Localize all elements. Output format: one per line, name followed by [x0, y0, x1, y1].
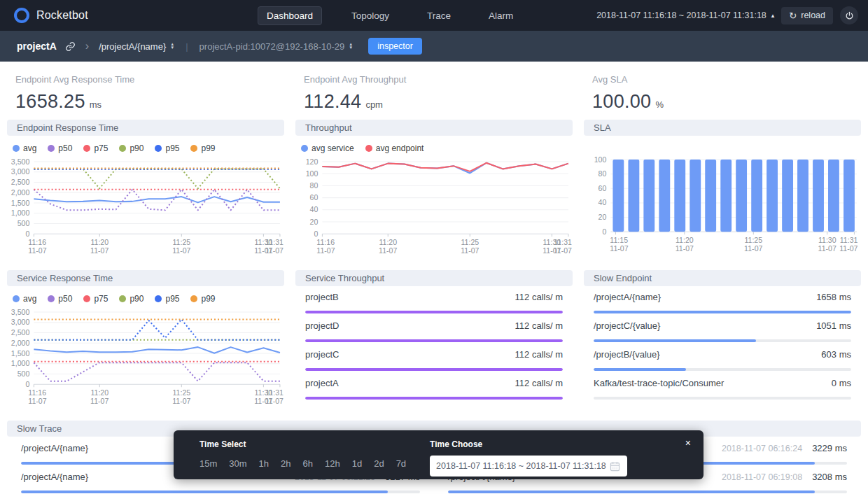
time-option-6h[interactable]: 6h	[303, 458, 313, 469]
legend-dot-icon	[365, 145, 372, 152]
trace-name: /projectA/{name}	[21, 472, 88, 482]
metric-summary-row: Endpoint Avg Response Time 1658.25ms End…	[7, 70, 861, 117]
progress-track	[594, 339, 851, 342]
popup-close-button[interactable]: ×	[685, 438, 691, 448]
chart-row-1: Endpoint Response Time avgp50p75p90p95p9…	[7, 120, 861, 265]
legend-item[interactable]: p90	[119, 143, 144, 153]
tab-dashboard[interactable]: Dashboard	[258, 6, 322, 25]
time-option-2d[interactable]: 2d	[374, 458, 384, 469]
time-option-30m[interactable]: 30m	[229, 458, 246, 469]
svg-text:100: 100	[594, 155, 607, 164]
metric-value: 100.00	[592, 91, 651, 112]
progress-track	[594, 311, 851, 313]
time-option-7d[interactable]: 7d	[396, 458, 406, 469]
legend-item[interactable]: avg	[13, 143, 36, 153]
tab-topology[interactable]: Topology	[343, 7, 398, 24]
svg-text:11-07: 11-07	[316, 246, 335, 255]
progress-bar	[594, 339, 756, 342]
progress-bar	[305, 397, 563, 400]
list-item[interactable]: /projectB/{value}603 ms	[584, 344, 861, 372]
list-item[interactable]: /projectC/{value}1051 ms	[584, 315, 861, 344]
panel-title: Endpoint Response Time	[7, 120, 284, 136]
chart-legend: avg serviceavg endpoint	[301, 143, 573, 153]
time-option-15m[interactable]: 15m	[200, 458, 217, 469]
legend-item[interactable]: p50	[48, 294, 72, 304]
row-name: projectA	[305, 378, 339, 388]
svg-text:120: 120	[306, 157, 318, 166]
updown-icon: ▲▼	[349, 43, 353, 50]
svg-text:1,500: 1,500	[11, 199, 30, 207]
panel-slow-endpoint: Slow Endpoint /projectA/{name}1658 ms /p…	[584, 270, 861, 416]
svg-text:11:20: 11:20	[90, 388, 108, 397]
service-name[interactable]: projectA	[17, 41, 57, 52]
svg-text:3,000: 3,000	[11, 318, 30, 326]
breadcrumb-chevron-icon: ›	[85, 40, 89, 52]
instance-selector[interactable]: projectA-pid:10072@192-168-10-29 ▲▼	[200, 41, 354, 52]
svg-text:3,000: 3,000	[11, 167, 30, 176]
legend-item[interactable]: p99	[190, 294, 215, 304]
svg-text:11:25: 11:25	[172, 238, 190, 246]
power-button[interactable]	[840, 6, 858, 24]
inspector-button[interactable]: inspector	[368, 38, 422, 55]
metric-unit: cpm	[365, 99, 383, 110]
panel-service-throughput: Service Throughput projectB112 calls/ m …	[295, 270, 573, 416]
list-item[interactable]: projectB112 calls/ m	[295, 286, 573, 315]
brand[interactable]: Rocketbot	[14, 8, 88, 23]
svg-text:3,500: 3,500	[11, 308, 30, 316]
reload-button[interactable]: ↻ reload	[781, 7, 833, 24]
tab-trace[interactable]: Trace	[419, 7, 459, 24]
legend-dot-icon	[301, 145, 308, 152]
progress-track	[305, 339, 563, 342]
legend-dot-icon	[190, 145, 197, 152]
metric-unit: ms	[90, 99, 102, 110]
time-option-12h[interactable]: 12h	[325, 458, 340, 469]
time-option-1h[interactable]: 1h	[259, 458, 269, 469]
chart-svg: 02040608010012011:1611-0711:2011-0711:25…	[295, 155, 573, 262]
time-option-1d[interactable]: 1d	[352, 458, 362, 469]
calendar-icon[interactable]	[609, 460, 621, 472]
legend-item[interactable]: avg service	[301, 143, 354, 153]
row-value: 0 ms	[832, 378, 851, 388]
brand-name: Rocketbot	[36, 9, 88, 22]
time-range-display[interactable]: 2018-11-07 11:16:18 ~ 2018-11-07 11:31:1…	[596, 10, 774, 20]
legend-dot-icon	[13, 145, 20, 152]
list-item[interactable]: projectA112 calls/ m	[295, 372, 573, 401]
endpoint-selector[interactable]: /projectA/{name} ▲▼	[99, 41, 174, 52]
list-item[interactable]: projectD112 calls/ m	[295, 315, 573, 344]
legend-item[interactable]: p90	[119, 294, 144, 304]
list-item[interactable]: projectC112 calls/ m	[295, 344, 573, 372]
progress-track	[21, 491, 420, 493]
svg-text:11:31: 11:31	[554, 238, 572, 246]
date-range-input[interactable]	[436, 461, 609, 471]
svg-text:11:16: 11:16	[316, 238, 335, 246]
legend-item[interactable]: p95	[155, 294, 179, 304]
legend-dot-icon	[119, 145, 126, 152]
metric-value: 1658.25	[15, 91, 85, 112]
legend-item[interactable]: p95	[155, 143, 179, 153]
panel-title: Slow Endpoint	[584, 270, 861, 286]
legend-item[interactable]: p75	[83, 143, 108, 153]
legend-dot-icon	[155, 295, 162, 302]
row-value: 112 calls/ m	[515, 320, 563, 331]
row-name: projectD	[305, 320, 339, 331]
list-item[interactable]: /projectA/{name}1658 ms	[584, 286, 861, 315]
metric-unit: %	[655, 99, 664, 110]
row-name: Kafka/test-trace-topic/Consumer	[594, 378, 724, 388]
link-icon[interactable]	[65, 40, 76, 52]
legend-item[interactable]: p75	[83, 294, 108, 304]
chart-row-2: Service Response Time avgp50p75p90p95p99…	[7, 270, 861, 416]
legend-item[interactable]: avg endpoint	[365, 143, 424, 153]
tab-alarm[interactable]: Alarm	[480, 7, 522, 24]
service-response-time-chart: 05001,0001,5002,0002,5003,0003,50011:161…	[7, 305, 284, 413]
time-choose-label: Time Choose	[430, 439, 627, 449]
svg-text:20: 20	[598, 213, 607, 221]
legend-item[interactable]: p99	[190, 143, 215, 153]
legend-item[interactable]: avg	[13, 294, 36, 304]
list-item[interactable]: Kafka/test-trace-topic/Consumer0 ms	[584, 372, 861, 401]
time-range-text: 2018-11-07 11:16:18 ~ 2018-11-07 11:31:1…	[596, 10, 766, 20]
svg-text:11:20: 11:20	[90, 238, 108, 246]
chart-legend: avgp50p75p90p95p99	[13, 294, 284, 304]
row-value: 1051 ms	[816, 320, 851, 331]
legend-item[interactable]: p50	[48, 143, 72, 153]
time-option-2h[interactable]: 2h	[281, 458, 290, 469]
